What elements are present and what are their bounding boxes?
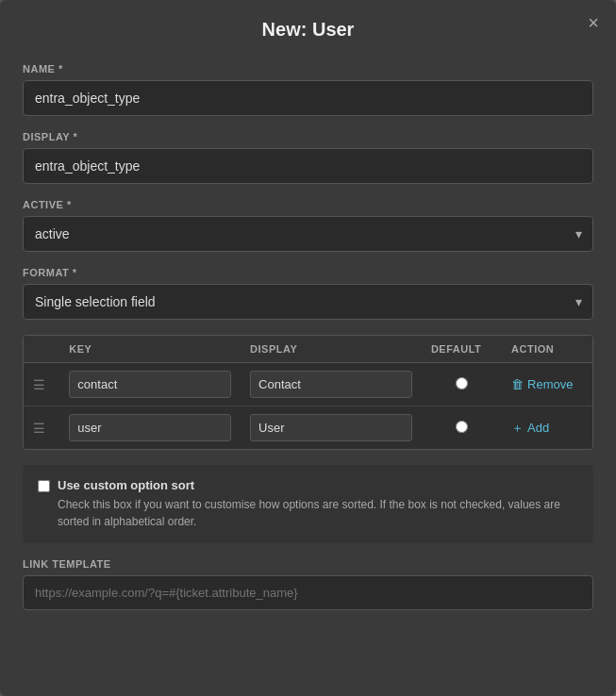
active-label: ACTIVE *	[23, 199, 593, 210]
table-row: ☰ 🗑 Remove	[24, 363, 592, 406]
th-key: KEY	[59, 336, 241, 363]
display-input[interactable]	[23, 148, 593, 184]
trash-icon: 🗑	[511, 377, 524, 391]
key-input-2[interactable]	[69, 414, 231, 441]
display-input-2[interactable]	[250, 414, 412, 441]
display-label: DISPLAY *	[23, 131, 593, 142]
remove-button-1[interactable]: 🗑 Remove	[511, 377, 573, 391]
key-cell-2	[59, 406, 241, 450]
custom-sort-description: Check this box if you want to customise …	[58, 496, 578, 530]
link-template-input[interactable]	[23, 575, 593, 610]
format-select-wrapper: Single selection field Multi selection f…	[23, 284, 593, 320]
display-cell-2	[241, 406, 422, 450]
format-select[interactable]: Single selection field Multi selection f…	[23, 284, 593, 320]
default-radio-2[interactable]	[456, 421, 468, 433]
drag-handle-cell: ☰	[24, 363, 59, 406]
drag-handle-icon[interactable]: ☰	[33, 377, 45, 392]
th-drag	[24, 336, 59, 363]
custom-sort-checkbox[interactable]	[38, 480, 50, 492]
default-radio-cell-1	[422, 363, 502, 406]
drag-handle-cell-2: ☰	[24, 406, 59, 450]
default-radio-1[interactable]	[456, 377, 468, 389]
link-template-label: LINK TEMPLATE	[23, 558, 593, 570]
add-button[interactable]: ＋ Add	[511, 420, 549, 437]
format-label: FORMAT *	[23, 267, 593, 278]
table-row: ☰ ＋ Add	[24, 406, 592, 450]
display-cell-1	[241, 363, 422, 406]
active-field-group: ACTIVE * active inactive ▾	[23, 199, 593, 252]
th-action: ACTION	[502, 336, 592, 363]
add-label: Add	[527, 421, 549, 435]
th-default: DEFAULT	[422, 336, 502, 363]
th-display: DISPLAY	[241, 336, 422, 363]
modal-container: × New: User NAME * DISPLAY * ACTIVE * ac…	[0, 0, 616, 696]
name-field-group: NAME *	[23, 63, 593, 116]
custom-sort-text: Use custom option sort Check this box if…	[58, 478, 578, 530]
options-table: KEY DISPLAY DEFAULT ACTION ☰	[24, 336, 592, 449]
action-cell-1: 🗑 Remove	[502, 363, 592, 406]
plus-icon: ＋	[511, 420, 524, 437]
key-cell-1	[59, 363, 241, 406]
active-select-wrapper: active inactive ▾	[23, 216, 593, 252]
options-table-wrapper: KEY DISPLAY DEFAULT ACTION ☰	[23, 335, 593, 450]
format-field-group: FORMAT * Single selection field Multi se…	[23, 267, 593, 320]
link-template-field-group: LINK TEMPLATE	[23, 558, 593, 610]
action-cell-2: ＋ Add	[502, 406, 592, 450]
key-input-1[interactable]	[69, 371, 231, 398]
name-input[interactable]	[23, 80, 593, 116]
display-field-group: DISPLAY *	[23, 131, 593, 184]
drag-handle-icon-2[interactable]: ☰	[33, 421, 45, 436]
display-input-1[interactable]	[250, 371, 412, 398]
custom-sort-label: Use custom option sort	[58, 478, 578, 492]
custom-sort-section: Use custom option sort Check this box if…	[23, 465, 593, 543]
table-header-row: KEY DISPLAY DEFAULT ACTION	[24, 336, 592, 363]
default-radio-cell-2	[422, 406, 502, 450]
close-button[interactable]: ×	[588, 13, 599, 32]
name-label: NAME *	[23, 63, 593, 75]
modal-title: New: User	[23, 19, 593, 41]
active-select[interactable]: active inactive	[23, 216, 593, 252]
remove-label: Remove	[527, 377, 573, 391]
